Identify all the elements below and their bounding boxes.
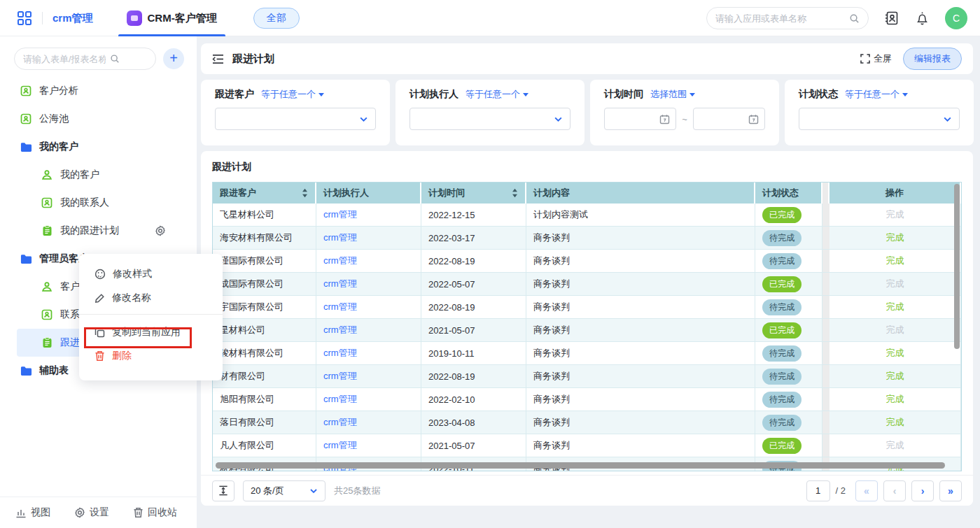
complete-action[interactable]: 完成 (886, 231, 904, 244)
cell-content: 商务谈判 (526, 227, 755, 250)
executor-link[interactable]: crm管理 (323, 255, 357, 267)
filter-select[interactable] (410, 108, 570, 130)
sidebar-item-4[interactable]: 我的联系人 (0, 189, 197, 217)
executor-link[interactable]: crm管理 (323, 347, 357, 359)
collapse-sidebar-icon[interactable] (212, 54, 224, 64)
sidebar-item-label: 客户分析 (39, 85, 78, 97)
sidebar-footer-2[interactable]: 回收站 (133, 506, 177, 519)
executor-link[interactable]: crm管理 (323, 393, 357, 406)
cell-customer: 宇国际有限公司 (213, 296, 316, 319)
caret-down-icon (690, 93, 695, 97)
table-header-row: 跟进客户计划执行人计划时间计划内容计划状态操作 (213, 183, 961, 204)
tab-crm-customer-management[interactable]: CRM-客户管理 (115, 0, 228, 36)
edit-report-button[interactable]: 编辑报表 (903, 48, 962, 70)
cell-date: 2022-08-19 (421, 250, 526, 273)
global-search[interactable] (706, 7, 869, 29)
app-name-link[interactable]: crm管理 (52, 12, 93, 25)
sidebar-item-1[interactable]: 公海池 (0, 105, 197, 133)
apps-grid-icon[interactable] (17, 10, 32, 26)
executor-link[interactable]: crm管理 (323, 301, 357, 313)
status-badge: 待完成 (762, 415, 802, 431)
column-header-2[interactable]: 计划时间 (421, 183, 526, 204)
executor-link[interactable]: crm管理 (323, 324, 357, 336)
executor-link[interactable]: crm管理 (323, 208, 357, 221)
tab-label: CRM-客户管理 (148, 12, 217, 25)
sidebar-item-5[interactable]: 我的跟进计划 (0, 217, 197, 245)
global-search-input[interactable] (715, 13, 844, 24)
horizontal-scrollbar[interactable] (216, 462, 945, 469)
next-page-button[interactable]: › (911, 480, 934, 501)
filter-condition-link[interactable]: 等于任意一个 (465, 88, 528, 101)
executor-link[interactable]: crm管理 (323, 278, 357, 290)
sidebar-form-search[interactable] (14, 48, 156, 70)
user-avatar[interactable]: C (945, 7, 967, 29)
column-header-0[interactable]: 跟进客户 (213, 183, 316, 204)
context-menu-item-2[interactable]: 复制到当前应用 (79, 320, 223, 344)
date-start-input[interactable] (604, 108, 676, 130)
all-filter-pill[interactable]: 全部 (253, 8, 300, 29)
executor-link[interactable]: crm管理 (323, 416, 357, 429)
date-end-input[interactable] (693, 108, 765, 130)
active-tab-underline (118, 34, 225, 36)
complete-action[interactable]: 完成 (886, 255, 904, 267)
sidebar-item-label: 我的客户 (60, 169, 99, 181)
cell-content: 商务谈判 (526, 388, 755, 411)
complete-action[interactable]: 完成 (886, 393, 904, 406)
context-menu-item-1[interactable]: 修改名称 (79, 286, 223, 310)
divider (42, 12, 43, 24)
sidebar-footer-1[interactable]: 设置 (74, 506, 109, 519)
table-row-1: 海安材料有限公司crm管理2022-03-17商务谈判待完成完成 (213, 227, 961, 250)
notifications-bell-icon[interactable] (915, 11, 930, 26)
table-title: 跟进计划 (212, 161, 962, 173)
fullscreen-icon (860, 54, 870, 64)
sort-icon[interactable] (302, 188, 308, 198)
first-page-button[interactable]: « (855, 480, 878, 501)
row-height-button[interactable] (212, 480, 234, 501)
complete-action[interactable]: 完成 (886, 301, 904, 313)
cell-customer: 材有限公司 (213, 365, 316, 388)
filter-condition-link[interactable]: 选择范围 (650, 88, 695, 101)
cell-status: 待完成 (755, 342, 822, 365)
context-menu: 修改样式修改名称复制到当前应用删除 (79, 254, 223, 380)
total-pages-text: / 2 (836, 485, 846, 496)
sidebar-item-3[interactable]: 我的客户 (0, 161, 197, 189)
cell-date: 2022-05-07 (421, 273, 526, 296)
caret-down-icon (318, 93, 324, 97)
sidebar-search-input[interactable] (23, 54, 106, 64)
last-page-button[interactable]: » (939, 480, 962, 501)
fullscreen-button[interactable]: 全屏 (860, 52, 892, 65)
sidebar-footer-0[interactable]: 视图 (15, 506, 50, 519)
executor-link[interactable]: crm管理 (323, 231, 357, 244)
prev-page-button[interactable]: ‹ (883, 480, 906, 501)
complete-action: 完成 (886, 324, 904, 336)
table-row-5: 星材料公司crm管理2021-05-07商务谈判已完成完成 (213, 319, 961, 342)
vertical-scrollbar[interactable] (954, 184, 960, 349)
complete-action[interactable]: 完成 (886, 416, 904, 429)
cell-status: 已完成 (755, 319, 822, 342)
cell-action: 完成 (830, 434, 961, 457)
executor-link[interactable]: crm管理 (323, 439, 357, 452)
filter-card-0: 跟进客户 等于任意一个 (201, 80, 390, 145)
filter-select[interactable] (215, 108, 376, 130)
item-settings-gear-icon[interactable] (155, 225, 166, 236)
page-size-select[interactable]: 20 条/页 (243, 480, 326, 501)
context-menu-item-3[interactable]: 删除 (79, 344, 223, 368)
context-menu-item-0[interactable]: 修改样式 (79, 262, 223, 286)
sort-icon[interactable] (512, 188, 518, 198)
filter-condition-link[interactable]: 等于任意一个 (261, 88, 324, 101)
sidebar-item-label: 我的联系人 (60, 197, 109, 209)
cell-customer: 旭阳有限公司 (213, 388, 316, 411)
sidebar-item-2[interactable]: 我的客户 (0, 133, 197, 161)
complete-action[interactable]: 完成 (886, 370, 904, 383)
contacts-icon[interactable] (884, 10, 899, 26)
add-form-button[interactable]: + (163, 48, 184, 69)
sidebar-item-0[interactable]: 客户分析 (0, 77, 197, 105)
filter-label: 跟进客户 (215, 88, 254, 101)
executor-link[interactable]: crm管理 (323, 370, 357, 383)
complete-action[interactable]: 完成 (886, 347, 904, 359)
sidebar-item-label: 客户 (60, 280, 80, 293)
page-number-input[interactable] (806, 480, 830, 501)
filter-condition-link[interactable]: 等于任意一个 (845, 88, 908, 101)
table-row-3: 成国际有限公司crm管理2022-05-07商务谈判已完成完成 (213, 273, 961, 296)
filter-select[interactable] (799, 108, 960, 130)
